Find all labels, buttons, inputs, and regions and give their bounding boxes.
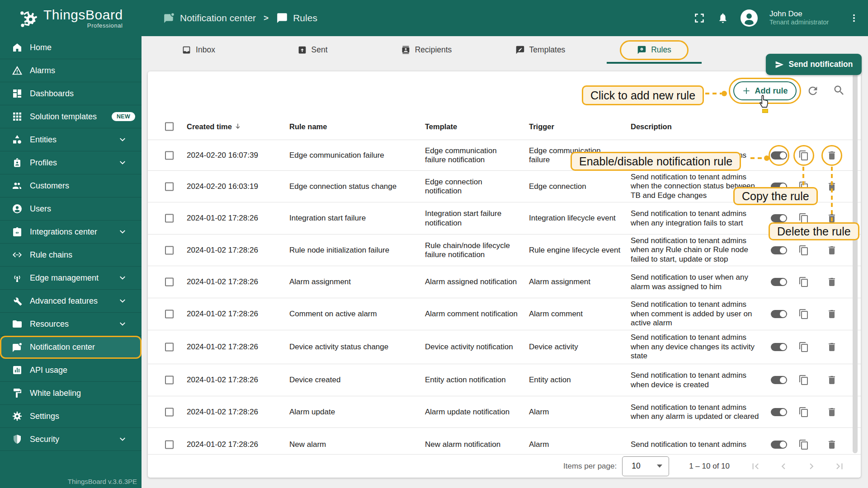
enable-rule-toggle[interactable] [771,441,787,449]
breadcrumb-notification-center[interactable]: Notification center [180,13,256,23]
table-row[interactable]: 2024-01-02 17:28:26Comment on active ala… [148,298,861,330]
sidebar-item-dashboards[interactable]: Dashboards [0,82,142,105]
sidebar-item-rule-chains[interactable]: Rule chains [0,244,142,267]
cell-trigger: Integration lifecycle event [529,214,623,223]
sidebar-item-notification-center[interactable]: Notification center [0,336,142,359]
sidebar-item-resources[interactable]: Resources [0,313,142,336]
edge-icon [12,272,23,283]
delete-rule-icon[interactable] [826,407,837,418]
delete-rule-icon[interactable] [826,439,837,450]
table-row[interactable]: 2024-01-02 17:28:26Device createdEntity … [148,364,861,396]
enable-rule-toggle[interactable] [771,376,787,384]
table-row[interactable]: 2024-01-02 17:28:26Device activity statu… [148,330,861,364]
tab-sent[interactable]: Sent [255,36,369,64]
table-row[interactable]: 2024-01-02 17:28:26Integration start fai… [148,202,861,235]
next-page-icon[interactable] [806,460,817,472]
row-checkbox[interactable] [165,182,174,191]
cell-trigger: Alarm [529,407,623,417]
sidebar-item-advanced-features[interactable]: Advanced features [0,290,142,313]
sidebar-item-edge-management[interactable]: Edge management [0,267,142,290]
copy-rule-icon[interactable] [798,309,809,319]
breadcrumb-rules[interactable]: Rules [293,13,317,23]
row-checkbox[interactable] [165,310,174,319]
tab-inbox[interactable]: Inbox [142,36,255,64]
sidebar-item-label: Home [30,43,52,52]
last-page-icon[interactable] [834,460,845,472]
table-row[interactable]: 2024-01-02 17:28:26Rule node initializat… [148,235,861,266]
cell-created-time: 2024-01-02 17:28:26 [187,214,284,223]
vertical-scrollbar[interactable] [853,74,858,453]
column-header-template[interactable]: Template [425,122,519,131]
delete-rule-icon[interactable] [826,375,837,385]
row-checkbox[interactable] [165,408,174,416]
sidebar-item-api-usage[interactable]: API usage [0,359,142,382]
enable-rule-toggle[interactable] [771,310,787,318]
copy-rule-icon[interactable] [798,407,809,418]
enable-rule-toggle[interactable] [771,214,787,222]
sidebar-item-alarms[interactable]: Alarms [0,59,142,82]
select-all-checkbox[interactable] [165,122,174,131]
sidebar-item-integrations-center[interactable]: Integrations center [0,221,142,244]
cell-description: Send notification to tenant admins when … [631,403,760,421]
column-header-created-time[interactable]: Created time [187,122,284,131]
tab-rules[interactable]: Rules [597,36,711,64]
table-row[interactable]: 2024-01-02 17:28:26Alarm assignmentAlarm… [148,266,861,298]
search-icon[interactable] [833,84,845,97]
fullscreen-icon[interactable] [693,12,705,24]
delete-rule-icon[interactable] [826,245,837,256]
row-checkbox[interactable] [165,246,174,254]
sidebar-item-profiles[interactable]: Profiles [0,151,142,174]
cell-rule-name: Comment on active alarm [289,310,418,319]
copy-rule-icon[interactable] [798,439,809,450]
cell-created-time: 2024-01-02 17:28:26 [187,277,284,287]
row-checkbox[interactable] [165,151,174,160]
column-header-rule-name[interactable]: Rule name [289,122,418,131]
sidebar-item-home[interactable]: Home [0,36,142,59]
table-header: Created time Rule name Template Trigger … [148,113,861,140]
sidebar-item-solution-templates[interactable]: Solution templatesNEW [0,105,142,128]
refresh-icon[interactable] [807,84,819,97]
first-page-icon[interactable] [750,460,761,472]
send-notification-button[interactable]: Send notification [766,54,862,75]
rules-icon [276,12,288,24]
sidebar-item-white-labeling[interactable]: White labeling [0,382,142,405]
tab-templates[interactable]: Templates [483,36,597,64]
row-checkbox[interactable] [165,278,174,286]
column-header-description[interactable]: Description [631,122,760,131]
enable-rule-toggle[interactable] [771,343,787,351]
avatar[interactable] [741,9,758,27]
previous-page-icon[interactable] [778,460,789,472]
delete-rule-icon[interactable] [826,309,837,319]
cell-template: Alarm update notification [425,407,519,417]
sidebar-item-entities[interactable]: Entities [0,128,142,151]
tab-recipients[interactable]: Recipients [369,36,483,64]
sidebar-item-label: Profiles [30,158,57,168]
row-actions [762,140,861,170]
table-row[interactable]: 2024-02-20 16:07:39Edge communication fa… [148,140,861,171]
row-checkbox[interactable] [165,214,174,223]
table-row[interactable]: 2024-01-02 17:28:26New alarmNew alarm no… [148,428,861,454]
resources-icon [12,319,23,329]
copy-rule-icon[interactable] [798,245,809,256]
copy-rule-icon[interactable] [798,342,809,352]
items-per-page-select[interactable]: 10 [622,456,669,476]
copy-rule-icon[interactable] [798,375,809,385]
delete-rule-icon[interactable] [826,342,837,352]
row-checkbox[interactable] [165,376,174,385]
sidebar-item-settings[interactable]: Settings [0,405,142,428]
table-row[interactable]: 2024-01-02 17:28:26Alarm updateAlarm upd… [148,396,861,428]
chevron-down-icon [117,434,128,445]
row-checkbox[interactable] [165,343,174,352]
kebab-menu-icon[interactable] [849,13,859,23]
bell-icon[interactable] [717,12,729,24]
enable-rule-toggle[interactable] [771,278,787,286]
copy-rule-icon[interactable] [798,277,809,287]
sidebar-item-security[interactable]: Security [0,428,142,451]
row-checkbox[interactable] [165,441,174,449]
enable-rule-toggle[interactable] [771,246,787,254]
sidebar-item-users[interactable]: Users [0,197,142,221]
enable-rule-toggle[interactable] [771,408,787,416]
delete-rule-icon[interactable] [826,277,837,287]
sidebar-item-customers[interactable]: Customers [0,174,142,197]
column-header-trigger[interactable]: Trigger [529,122,623,131]
